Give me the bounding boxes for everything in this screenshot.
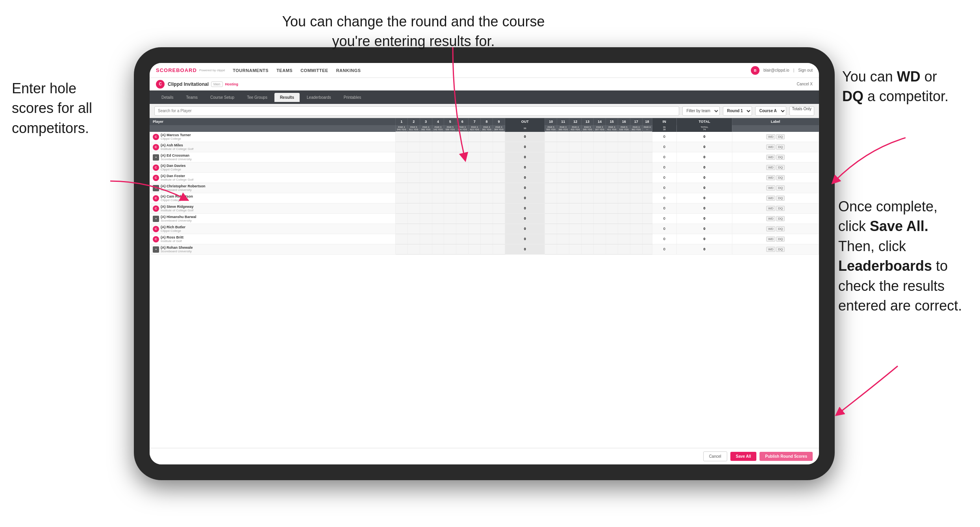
score-cell[interactable] — [420, 162, 432, 172]
score-cell[interactable] — [594, 193, 606, 203]
score-cell[interactable] — [456, 193, 469, 203]
score-cell[interactable] — [432, 244, 444, 254]
wd-button[interactable]: WD — [766, 216, 775, 221]
score-cell[interactable] — [642, 142, 652, 152]
score-cell[interactable] — [630, 183, 642, 193]
score-cell[interactable] — [642, 162, 652, 172]
score-cell[interactable] — [481, 193, 493, 203]
score-cell[interactable] — [642, 224, 652, 234]
score-cell[interactable] — [493, 142, 505, 152]
score-cell[interactable] — [481, 132, 493, 142]
score-cell[interactable] — [456, 224, 469, 234]
wd-button[interactable]: WD — [766, 206, 775, 211]
dq-button[interactable]: DQ — [776, 226, 785, 231]
score-cell[interactable] — [420, 244, 432, 254]
dq-button[interactable]: DQ — [776, 144, 785, 150]
score-cell[interactable] — [395, 172, 408, 183]
tab-details[interactable]: Details — [156, 93, 179, 102]
score-cell[interactable] — [408, 203, 420, 213]
score-cell[interactable] — [444, 142, 456, 152]
dq-button[interactable]: DQ — [776, 247, 785, 252]
score-cell[interactable] — [545, 224, 557, 234]
score-cell[interactable] — [630, 203, 642, 213]
wd-button[interactable]: WD — [766, 237, 775, 242]
score-cell[interactable] — [569, 244, 582, 254]
dq-button[interactable]: DQ — [776, 175, 785, 180]
score-cell[interactable] — [618, 142, 630, 152]
score-cell[interactable] — [493, 183, 505, 193]
score-cell[interactable] — [444, 183, 456, 193]
score-cell[interactable] — [444, 244, 456, 254]
score-cell[interactable] — [594, 162, 606, 172]
score-cell[interactable] — [630, 142, 642, 152]
score-cell[interactable] — [545, 213, 557, 224]
score-cell[interactable] — [606, 172, 618, 183]
score-cell[interactable] — [408, 224, 420, 234]
tab-printables[interactable]: Printables — [338, 93, 367, 102]
score-cell[interactable] — [395, 213, 408, 224]
score-cell[interactable] — [630, 244, 642, 254]
score-cell[interactable] — [408, 183, 420, 193]
save-all-button[interactable]: Save All — [730, 452, 757, 461]
wd-button[interactable]: WD — [766, 185, 775, 190]
score-cell[interactable] — [395, 183, 408, 193]
dq-button[interactable]: DQ — [776, 165, 785, 170]
score-cell[interactable] — [395, 203, 408, 213]
score-cell[interactable] — [408, 142, 420, 152]
score-cell[interactable] — [408, 234, 420, 244]
score-cell[interactable] — [630, 172, 642, 183]
score-cell[interactable] — [456, 162, 469, 172]
score-cell[interactable] — [432, 213, 444, 224]
score-cell[interactable] — [582, 193, 594, 203]
score-cell[interactable] — [545, 132, 557, 142]
sign-out-link[interactable]: Sign out — [798, 68, 813, 72]
score-cell[interactable] — [456, 172, 469, 183]
score-cell[interactable] — [594, 183, 606, 193]
score-cell[interactable] — [606, 244, 618, 254]
dq-button[interactable]: DQ — [776, 155, 785, 160]
score-cell[interactable] — [395, 142, 408, 152]
score-cell[interactable] — [408, 244, 420, 254]
score-cell[interactable] — [582, 244, 594, 254]
score-cell[interactable] — [469, 213, 481, 224]
score-cell[interactable] — [557, 224, 569, 234]
score-cell[interactable] — [432, 224, 444, 234]
score-cell[interactable] — [408, 132, 420, 142]
nav-committee[interactable]: COMMITTEE — [300, 68, 328, 73]
score-cell[interactable] — [630, 193, 642, 203]
score-cell[interactable] — [469, 203, 481, 213]
score-cell[interactable] — [395, 244, 408, 254]
score-cell[interactable] — [545, 162, 557, 172]
score-cell[interactable] — [630, 234, 642, 244]
score-cell[interactable] — [444, 172, 456, 183]
score-cell[interactable] — [493, 172, 505, 183]
score-cell[interactable] — [642, 203, 652, 213]
score-cell[interactable] — [642, 132, 652, 142]
score-cell[interactable] — [420, 193, 432, 203]
score-cell[interactable] — [582, 183, 594, 193]
score-cell[interactable] — [456, 244, 469, 254]
nav-tournaments[interactable]: TOURNAMENTS — [233, 68, 269, 73]
score-cell[interactable] — [469, 183, 481, 193]
score-cell[interactable] — [618, 244, 630, 254]
score-cell[interactable] — [594, 213, 606, 224]
score-cell[interactable] — [618, 213, 630, 224]
score-cell[interactable] — [420, 203, 432, 213]
score-cell[interactable] — [618, 183, 630, 193]
score-cell[interactable] — [432, 132, 444, 142]
score-cell[interactable] — [493, 162, 505, 172]
score-cell[interactable] — [642, 183, 652, 193]
score-cell[interactable] — [481, 244, 493, 254]
score-cell[interactable] — [642, 193, 652, 203]
score-cell[interactable] — [618, 162, 630, 172]
score-cell[interactable] — [545, 142, 557, 152]
score-cell[interactable] — [582, 234, 594, 244]
totals-only-toggle[interactable]: Totals Only — [789, 106, 814, 116]
score-cell[interactable] — [493, 234, 505, 244]
wd-button[interactable]: WD — [766, 144, 775, 150]
score-cell[interactable] — [481, 162, 493, 172]
score-cell[interactable] — [469, 234, 481, 244]
nav-rankings[interactable]: RANKINGS — [336, 68, 361, 73]
score-cell[interactable] — [545, 152, 557, 162]
score-cell[interactable] — [444, 193, 456, 203]
